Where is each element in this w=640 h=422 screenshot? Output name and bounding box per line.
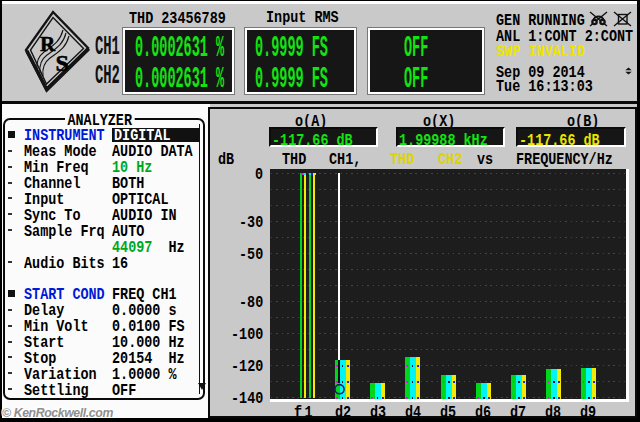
svg-text:S: S bbox=[56, 50, 69, 76]
svg-text:R: R bbox=[40, 32, 56, 56]
